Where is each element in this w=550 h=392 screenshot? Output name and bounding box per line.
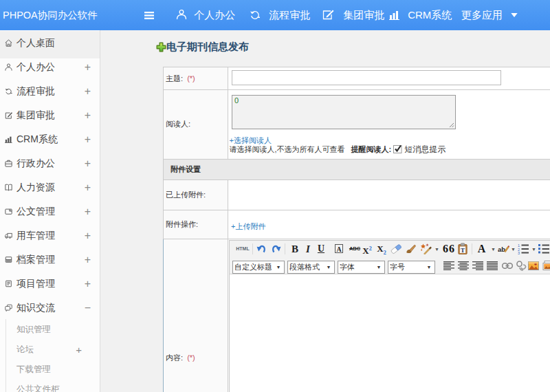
svg-text:T: T	[461, 247, 465, 254]
svg-text:ab: ab	[498, 246, 505, 253]
svg-text:3: 3	[518, 251, 520, 254]
